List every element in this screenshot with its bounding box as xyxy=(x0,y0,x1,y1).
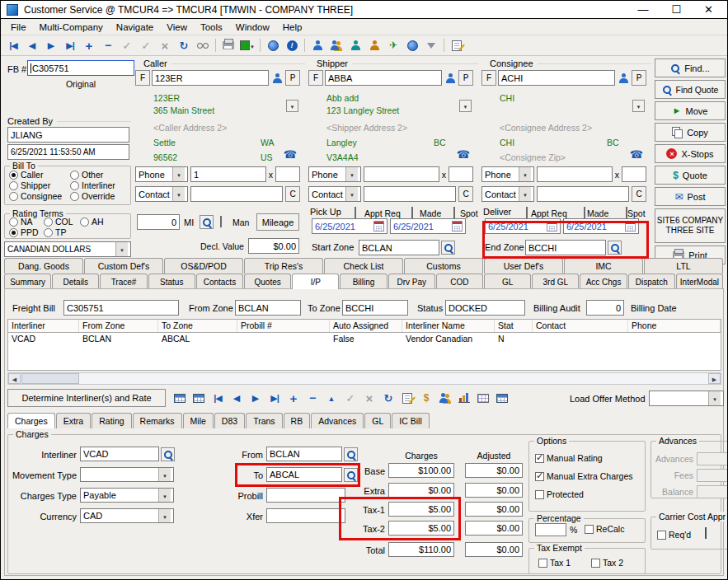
pickup-made-checkbox[interactable] xyxy=(411,207,413,218)
freight-bill-field[interactable]: C305751 xyxy=(63,300,179,316)
delete-record-icon[interactable] xyxy=(99,37,117,54)
tax1-charge-field[interactable]: $5.00 xyxy=(388,502,454,517)
add-record-icon[interactable] xyxy=(80,37,98,54)
tab-dispatch[interactable]: Dispatch xyxy=(628,274,675,289)
tab-d83[interactable]: D83 xyxy=(214,413,245,428)
bill-to-option-interliner[interactable]: Interliner xyxy=(70,180,115,190)
caller-code-input[interactable]: 123ER xyxy=(152,70,269,86)
print-icon[interactable] xyxy=(219,37,237,54)
currency-dropdown[interactable]: CANADIAN DOLLARS xyxy=(4,241,131,257)
shipper-phone-input[interactable] xyxy=(364,166,439,182)
tab-remarks[interactable]: Remarks xyxy=(133,413,182,428)
charges-type-dropdown[interactable]: Payable xyxy=(80,488,174,503)
consignee-code-input[interactable]: ACHI xyxy=(498,70,615,86)
shipper-code-input[interactable]: ABBA xyxy=(325,70,442,86)
quote-button[interactable]: Quote xyxy=(655,166,726,185)
tab-advances[interactable]: Advances xyxy=(311,413,364,428)
bill-to-option-caller[interactable]: Caller xyxy=(9,170,43,180)
shipper-f-button[interactable]: F xyxy=(308,70,323,86)
rating-option-na[interactable]: NA xyxy=(9,217,33,227)
tab-trace[interactable]: Trace# xyxy=(100,274,147,289)
shipper-p-button[interactable]: P xyxy=(458,70,473,86)
row-first-icon[interactable] xyxy=(209,390,227,406)
tab-status[interactable]: Status xyxy=(148,274,195,289)
menu-view[interactable]: View xyxy=(160,21,194,34)
shipper-phone-type-dropdown[interactable]: Phone xyxy=(308,166,361,182)
tab-mile[interactable]: Mile xyxy=(183,413,214,428)
carrier-cost-reqd-option[interactable]: Req'd xyxy=(657,530,691,540)
rating-option-tp[interactable]: TP xyxy=(44,227,66,237)
interliner-table-row[interactable]: VCAD BCLAN ABCAL False Vendor Canadian N xyxy=(8,333,721,347)
extra-adjusted-field[interactable]: $0.00 xyxy=(465,483,523,498)
charges-to-input[interactable]: ABCAL xyxy=(266,467,342,482)
menu-navigate[interactable]: Navigate xyxy=(110,21,160,34)
contacts-icon[interactable] xyxy=(327,37,345,54)
end-zone-input[interactable]: BCCHI xyxy=(525,240,606,255)
pickup-appt-checkbox[interactable] xyxy=(355,207,356,218)
scroll-left-icon[interactable] xyxy=(8,373,21,384)
tab-gl[interactable]: GL xyxy=(484,274,531,289)
web-icon[interactable] xyxy=(264,37,282,54)
move-button[interactable]: Move xyxy=(655,101,726,120)
edit-grid-icon[interactable] xyxy=(398,390,416,406)
cancel-icon[interactable] xyxy=(156,37,174,54)
nav-next-icon[interactable] xyxy=(42,37,60,54)
man-checkbox[interactable] xyxy=(220,216,222,227)
col-interliner[interactable]: Interliner xyxy=(8,320,79,332)
menu-tools[interactable]: Tools xyxy=(194,21,229,34)
notes-icon[interactable] xyxy=(448,37,466,54)
tax2-exempt-option[interactable]: Tax 2 xyxy=(591,558,623,568)
row-delete-icon[interactable] xyxy=(303,390,322,406)
col-phone[interactable]: Phone xyxy=(628,320,721,332)
tab-3rd-gl[interactable]: 3rd GL xyxy=(532,274,579,289)
tab-contacts[interactable]: Contacts xyxy=(196,274,243,289)
tab-rating[interactable]: Rating xyxy=(92,413,131,428)
percentage-input[interactable] xyxy=(535,523,566,536)
caller-contact-input[interactable] xyxy=(190,186,283,202)
refresh-icon[interactable] xyxy=(175,37,193,54)
caller-phone-input[interactable]: 1 xyxy=(190,166,266,182)
row-cancel-icon[interactable] xyxy=(360,390,378,406)
caller-contact-type-dropdown[interactable]: Contact xyxy=(135,186,188,202)
consignee-contact-input[interactable] xyxy=(537,186,629,202)
col-probill[interactable]: Probill # xyxy=(237,320,330,332)
rating-option-ah[interactable]: AH xyxy=(80,217,104,227)
shipper-contact-type-dropdown[interactable]: Contact xyxy=(308,186,361,202)
interliner-contacts-icon[interactable] xyxy=(436,390,454,406)
tab-trip-res[interactable]: Trip Res's xyxy=(244,258,323,274)
tab-customs[interactable]: Customs xyxy=(404,258,483,274)
tab-osd-pod[interactable]: OS&D/POD xyxy=(164,258,243,274)
tab-check-list[interactable]: Check List xyxy=(324,258,403,274)
nav-last-icon[interactable] xyxy=(61,37,79,54)
col-to-zone[interactable]: To Zone xyxy=(158,320,237,332)
tax1-adjusted-field[interactable]: $0.00 xyxy=(465,502,523,517)
col-auto-assigned[interactable]: Auto Assigned xyxy=(330,320,402,332)
from-zone-field[interactable]: BCLAN xyxy=(235,300,301,316)
pickup-date-from-input[interactable]: 6/25/2021 xyxy=(312,218,387,234)
tab-charges[interactable]: Charges xyxy=(7,413,55,428)
status-field[interactable]: DOCKED xyxy=(445,300,525,316)
base-charge-field[interactable]: $100.00 xyxy=(388,463,454,478)
charges-from-search-icon[interactable] xyxy=(344,447,358,461)
rating-option-ppd[interactable]: PPD xyxy=(9,227,39,237)
find-button[interactable]: Find... xyxy=(655,58,726,77)
tax1-exempt-option[interactable]: Tax 1 xyxy=(538,558,571,568)
protected-option[interactable]: Protected xyxy=(535,489,584,499)
fb-input[interactable]: C305751 xyxy=(27,60,134,76)
deliver-date-from-input[interactable]: 6/25/2021 xyxy=(485,218,561,234)
filter-icon[interactable] xyxy=(422,37,440,54)
total-adjusted-field[interactable]: $0.00 xyxy=(465,542,523,557)
tax2-adjusted-field[interactable]: $0.00 xyxy=(465,521,523,536)
consignee-phone-type-dropdown[interactable]: Phone xyxy=(481,166,534,182)
plane-icon[interactable] xyxy=(384,37,402,54)
shipper-contact-input[interactable] xyxy=(364,186,456,202)
grid-view-icon[interactable] xyxy=(171,390,189,406)
load-offer-method-dropdown[interactable] xyxy=(649,391,724,406)
tab-gl2[interactable]: GL xyxy=(364,413,391,428)
row-last-icon[interactable] xyxy=(265,390,284,406)
bill-to-option-other[interactable]: Other xyxy=(70,170,103,180)
tax2-charge-field[interactable]: $5.00 xyxy=(388,521,454,536)
tab-dang-goods[interactable]: Dang. Goods xyxy=(4,258,83,274)
find-quote-button[interactable]: Find Quote xyxy=(655,80,726,99)
xfer-input[interactable] xyxy=(266,508,345,523)
